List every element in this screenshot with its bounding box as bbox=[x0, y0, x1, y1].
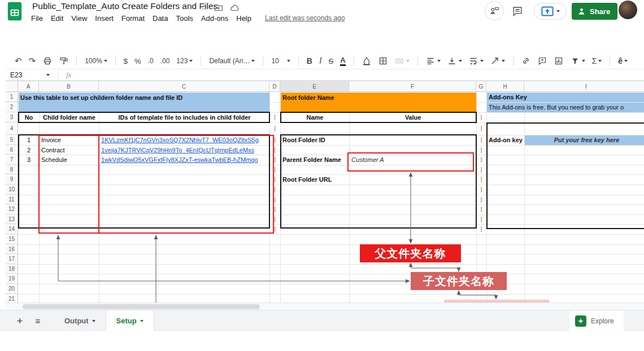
cell-D9[interactable]: | bbox=[269, 174, 280, 185]
sheet-tab-output[interactable]: Output bbox=[54, 310, 106, 331]
column-header-E[interactable]: E bbox=[280, 81, 349, 92]
italic-button[interactable]: I bbox=[319, 56, 322, 65]
row-header-14[interactable]: 14 bbox=[6, 224, 18, 234]
cell-D4[interactable]: | bbox=[269, 122, 280, 135]
increase-decimals-button[interactable]: .00 bbox=[160, 57, 170, 65]
merge-cells-button[interactable] bbox=[395, 56, 410, 66]
cell-D8[interactable]: | bbox=[269, 165, 280, 175]
fill-color-button[interactable] bbox=[362, 56, 372, 66]
cell-D5[interactable]: | bbox=[269, 135, 280, 145]
font-size-select[interactable]: 10 bbox=[271, 57, 290, 65]
row-header-12[interactable]: 12 bbox=[6, 204, 18, 214]
row-header-9[interactable]: 9 bbox=[6, 174, 18, 185]
present-dropdown-caret[interactable] bbox=[556, 10, 560, 12]
menu-item-data[interactable]: Data bbox=[153, 14, 168, 24]
row-header-17[interactable]: 17 bbox=[6, 254, 18, 264]
text-rotation-button[interactable] bbox=[490, 56, 505, 66]
column-header-H[interactable]: H bbox=[486, 81, 524, 92]
column-header-A[interactable]: A bbox=[18, 81, 39, 92]
cell-C5[interactable]: 1KVLzmKf1jC7nGVn3xoSQ7X2NhlvT7_WE03oQZlt… bbox=[99, 135, 269, 145]
row-header-10[interactable]: 10 bbox=[6, 185, 18, 195]
strikethrough-button[interactable]: S bbox=[329, 57, 334, 65]
cell-D6[interactable]: | bbox=[269, 145, 280, 155]
cell-A1[interactable]: Use this table to set up childern folder… bbox=[19, 93, 269, 112]
horizontal-scrollbar-thumb[interactable] bbox=[23, 304, 260, 309]
cell-B7[interactable]: Schedule bbox=[40, 155, 99, 165]
cell-G4[interactable]: | bbox=[476, 122, 486, 135]
redo-button[interactable]: ↷ bbox=[29, 56, 36, 66]
cell-D12[interactable]: | bbox=[269, 204, 280, 214]
print-button[interactable] bbox=[42, 56, 52, 66]
functions-button[interactable]: Σ bbox=[592, 56, 602, 65]
menu-item-addons[interactable]: Add-ons bbox=[201, 14, 228, 24]
document-status-cloud-icon[interactable] bbox=[229, 2, 240, 12]
row-header-5[interactable]: 5 bbox=[6, 135, 18, 145]
cell-D10[interactable]: | bbox=[269, 185, 280, 195]
font-select[interactable]: Default (Ari… bbox=[209, 57, 255, 65]
star-icon[interactable]: ☆ bbox=[199, 2, 209, 12]
sheet-tab-setup[interactable]: Setup bbox=[106, 310, 154, 331]
cell-C6[interactable]: 1vejia7KJTRViCqV29hHn9To_4EnIQcUTqImpEdL… bbox=[99, 146, 269, 155]
cell-G10[interactable]: | bbox=[476, 185, 486, 195]
add-sheet-button[interactable]: + bbox=[10, 310, 29, 331]
last-edit-link[interactable]: Last edit was seconds ago bbox=[265, 14, 345, 24]
cell-A3[interactable]: No bbox=[19, 113, 39, 122]
cell-H1[interactable]: Add-ons Key bbox=[487, 93, 644, 102]
activity-history-button[interactable] bbox=[485, 1, 504, 20]
sheets-logo-icon[interactable] bbox=[7, 2, 22, 21]
text-color-button[interactable]: A bbox=[340, 56, 345, 66]
row-header-8[interactable]: 8 bbox=[6, 165, 18, 175]
menu-item-format[interactable]: Format bbox=[121, 14, 145, 24]
menu-item-edit[interactable]: Edit bbox=[51, 14, 63, 24]
column-header-I[interactable]: I bbox=[524, 81, 644, 92]
column-header-F[interactable]: F bbox=[349, 81, 476, 92]
cell-C7[interactable]: 1wkVdSdiwO5xVGFxtFIy8XJZxT-eswkaTwbEB-hZ… bbox=[99, 155, 269, 165]
select-all-corner[interactable] bbox=[6, 81, 18, 92]
cell-D11[interactable]: | bbox=[269, 195, 280, 205]
cell-G13[interactable]: | bbox=[476, 214, 486, 225]
cell-E3[interactable]: Name bbox=[281, 113, 349, 122]
decrease-decimals-button[interactable]: .0 bbox=[148, 57, 154, 65]
row-header-19[interactable]: 19 bbox=[6, 274, 18, 284]
cell-I5[interactable]: Put your free key here bbox=[525, 135, 644, 145]
cell-D3[interactable]: | bbox=[269, 112, 280, 122]
row-header-11[interactable]: 11 bbox=[6, 195, 18, 205]
row-header-13[interactable]: 13 bbox=[6, 214, 18, 225]
name-box[interactable]: E23 bbox=[6, 71, 46, 79]
cell-G7[interactable]: | bbox=[476, 155, 486, 165]
present-button[interactable] bbox=[534, 3, 567, 20]
row-header-18[interactable]: 18 bbox=[6, 264, 18, 274]
cell-G11[interactable]: | bbox=[476, 195, 486, 205]
menu-item-help[interactable]: Help bbox=[236, 14, 251, 24]
cell-B3[interactable]: Child folder name bbox=[40, 113, 99, 122]
all-sheets-button[interactable]: ≡ bbox=[29, 310, 46, 331]
filter-button[interactable] bbox=[571, 56, 585, 66]
input-tools-button[interactable]: ê bbox=[618, 56, 628, 65]
row-header-16[interactable]: 16 bbox=[6, 244, 18, 255]
insert-chart-button[interactable] bbox=[554, 56, 564, 66]
cell-G12[interactable]: | bbox=[476, 204, 486, 214]
row-header-6[interactable]: 6 bbox=[6, 145, 18, 155]
cell-E7[interactable]: Parent Folder Name bbox=[281, 155, 349, 165]
format-percent-button[interactable]: % bbox=[134, 57, 141, 65]
column-header-G[interactable]: G bbox=[476, 81, 486, 92]
row-header-2[interactable]: 2 bbox=[6, 102, 18, 112]
text-wrap-button[interactable] bbox=[469, 56, 484, 66]
cell-D13[interactable]: | bbox=[269, 214, 280, 225]
cell-E9[interactable]: Root Folder URL bbox=[281, 175, 349, 185]
row-header-4[interactable]: 4 bbox=[6, 122, 18, 135]
cell-G5[interactable]: | bbox=[476, 135, 486, 145]
row-header-3[interactable]: 3 bbox=[6, 112, 18, 122]
cell-C3[interactable]: IDs of template file to includes in chil… bbox=[99, 113, 269, 122]
vertical-align-button[interactable] bbox=[447, 56, 462, 66]
document-title[interactable]: Public_Template_Auto Create Folders and … bbox=[32, 1, 217, 11]
format-currency-button[interactable]: $ bbox=[124, 57, 128, 65]
cell-E5[interactable]: Root Folder ID bbox=[281, 135, 349, 145]
row-header-1[interactable]: 1 bbox=[6, 92, 18, 102]
cell-F3[interactable]: Value bbox=[350, 113, 476, 122]
insert-link-button[interactable] bbox=[521, 56, 531, 66]
bold-button[interactable]: B bbox=[307, 56, 312, 65]
explore-button[interactable]: Explore bbox=[569, 310, 624, 332]
cell-A5[interactable]: 1 bbox=[19, 135, 39, 145]
cell-D14[interactable]: | bbox=[269, 224, 280, 234]
